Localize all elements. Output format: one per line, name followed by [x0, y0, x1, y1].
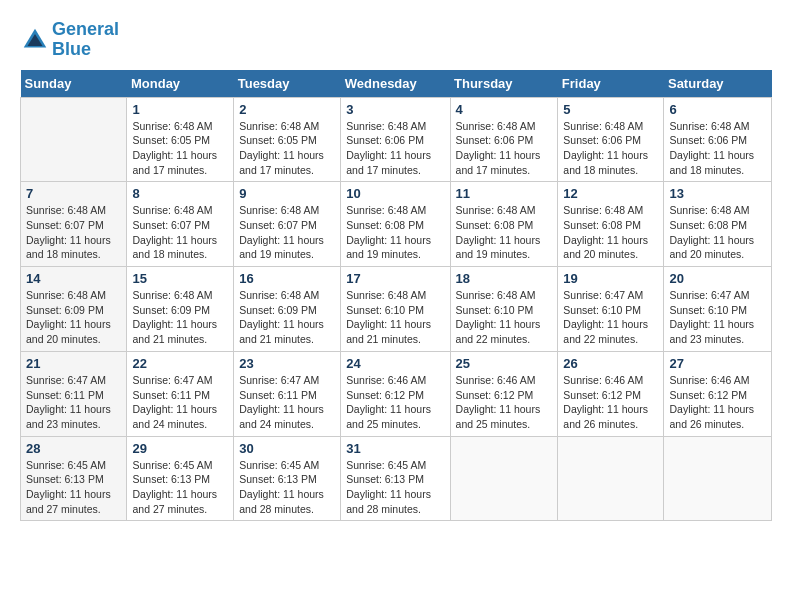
day-cell: 19Sunrise: 6:47 AMSunset: 6:10 PMDayligh…: [558, 267, 664, 352]
day-info: Sunrise: 6:48 AMSunset: 6:10 PMDaylight:…: [456, 288, 553, 347]
day-info: Sunrise: 6:46 AMSunset: 6:12 PMDaylight:…: [669, 373, 766, 432]
header-monday: Monday: [127, 70, 234, 98]
header-wednesday: Wednesday: [341, 70, 450, 98]
day-info: Sunrise: 6:47 AMSunset: 6:10 PMDaylight:…: [563, 288, 658, 347]
day-info: Sunrise: 6:46 AMSunset: 6:12 PMDaylight:…: [346, 373, 444, 432]
day-number: 1: [132, 102, 228, 117]
calendar-table: SundayMondayTuesdayWednesdayThursdayFrid…: [20, 70, 772, 522]
day-info: Sunrise: 6:45 AMSunset: 6:13 PMDaylight:…: [26, 458, 121, 517]
day-number: 6: [669, 102, 766, 117]
day-cell: 22Sunrise: 6:47 AMSunset: 6:11 PMDayligh…: [127, 351, 234, 436]
day-cell: [21, 97, 127, 182]
day-cell: [558, 436, 664, 521]
day-number: 7: [26, 186, 121, 201]
day-number: 9: [239, 186, 335, 201]
day-cell: [450, 436, 558, 521]
day-info: Sunrise: 6:47 AMSunset: 6:10 PMDaylight:…: [669, 288, 766, 347]
day-cell: 18Sunrise: 6:48 AMSunset: 6:10 PMDayligh…: [450, 267, 558, 352]
day-number: 31: [346, 441, 444, 456]
day-cell: 27Sunrise: 6:46 AMSunset: 6:12 PMDayligh…: [664, 351, 772, 436]
day-cell: 8Sunrise: 6:48 AMSunset: 6:07 PMDaylight…: [127, 182, 234, 267]
header-friday: Friday: [558, 70, 664, 98]
day-cell: 13Sunrise: 6:48 AMSunset: 6:08 PMDayligh…: [664, 182, 772, 267]
day-info: Sunrise: 6:48 AMSunset: 6:05 PMDaylight:…: [132, 119, 228, 178]
day-number: 25: [456, 356, 553, 371]
day-cell: [664, 436, 772, 521]
logo-text: General Blue: [52, 20, 119, 60]
day-info: Sunrise: 6:48 AMSunset: 6:06 PMDaylight:…: [563, 119, 658, 178]
page-header: General Blue: [20, 20, 772, 60]
header-saturday: Saturday: [664, 70, 772, 98]
day-cell: 16Sunrise: 6:48 AMSunset: 6:09 PMDayligh…: [234, 267, 341, 352]
day-number: 14: [26, 271, 121, 286]
day-info: Sunrise: 6:48 AMSunset: 6:07 PMDaylight:…: [132, 203, 228, 262]
day-number: 10: [346, 186, 444, 201]
logo: General Blue: [20, 20, 119, 60]
day-number: 13: [669, 186, 766, 201]
day-info: Sunrise: 6:48 AMSunset: 6:05 PMDaylight:…: [239, 119, 335, 178]
day-number: 4: [456, 102, 553, 117]
day-cell: 21Sunrise: 6:47 AMSunset: 6:11 PMDayligh…: [21, 351, 127, 436]
calendar-header-row: SundayMondayTuesdayWednesdayThursdayFrid…: [21, 70, 772, 98]
day-number: 19: [563, 271, 658, 286]
header-thursday: Thursday: [450, 70, 558, 98]
day-info: Sunrise: 6:47 AMSunset: 6:11 PMDaylight:…: [26, 373, 121, 432]
day-info: Sunrise: 6:45 AMSunset: 6:13 PMDaylight:…: [239, 458, 335, 517]
day-number: 3: [346, 102, 444, 117]
day-number: 28: [26, 441, 121, 456]
day-cell: 20Sunrise: 6:47 AMSunset: 6:10 PMDayligh…: [664, 267, 772, 352]
day-info: Sunrise: 6:48 AMSunset: 6:06 PMDaylight:…: [346, 119, 444, 178]
day-cell: 7Sunrise: 6:48 AMSunset: 6:07 PMDaylight…: [21, 182, 127, 267]
day-cell: 4Sunrise: 6:48 AMSunset: 6:06 PMDaylight…: [450, 97, 558, 182]
day-cell: 31Sunrise: 6:45 AMSunset: 6:13 PMDayligh…: [341, 436, 450, 521]
day-cell: 26Sunrise: 6:46 AMSunset: 6:12 PMDayligh…: [558, 351, 664, 436]
day-info: Sunrise: 6:48 AMSunset: 6:07 PMDaylight:…: [239, 203, 335, 262]
day-cell: 5Sunrise: 6:48 AMSunset: 6:06 PMDaylight…: [558, 97, 664, 182]
week-row-4: 21Sunrise: 6:47 AMSunset: 6:11 PMDayligh…: [21, 351, 772, 436]
day-number: 24: [346, 356, 444, 371]
day-cell: 15Sunrise: 6:48 AMSunset: 6:09 PMDayligh…: [127, 267, 234, 352]
day-info: Sunrise: 6:48 AMSunset: 6:10 PMDaylight:…: [346, 288, 444, 347]
day-info: Sunrise: 6:46 AMSunset: 6:12 PMDaylight:…: [563, 373, 658, 432]
day-info: Sunrise: 6:47 AMSunset: 6:11 PMDaylight:…: [239, 373, 335, 432]
logo-icon: [20, 25, 50, 55]
day-cell: 10Sunrise: 6:48 AMSunset: 6:08 PMDayligh…: [341, 182, 450, 267]
day-cell: 3Sunrise: 6:48 AMSunset: 6:06 PMDaylight…: [341, 97, 450, 182]
day-info: Sunrise: 6:48 AMSunset: 6:09 PMDaylight:…: [239, 288, 335, 347]
day-info: Sunrise: 6:48 AMSunset: 6:08 PMDaylight:…: [563, 203, 658, 262]
day-cell: 11Sunrise: 6:48 AMSunset: 6:08 PMDayligh…: [450, 182, 558, 267]
day-cell: 9Sunrise: 6:48 AMSunset: 6:07 PMDaylight…: [234, 182, 341, 267]
day-cell: 24Sunrise: 6:46 AMSunset: 6:12 PMDayligh…: [341, 351, 450, 436]
day-number: 18: [456, 271, 553, 286]
week-row-2: 7Sunrise: 6:48 AMSunset: 6:07 PMDaylight…: [21, 182, 772, 267]
day-number: 23: [239, 356, 335, 371]
day-cell: 12Sunrise: 6:48 AMSunset: 6:08 PMDayligh…: [558, 182, 664, 267]
day-cell: 14Sunrise: 6:48 AMSunset: 6:09 PMDayligh…: [21, 267, 127, 352]
day-info: Sunrise: 6:45 AMSunset: 6:13 PMDaylight:…: [132, 458, 228, 517]
day-number: 8: [132, 186, 228, 201]
day-number: 22: [132, 356, 228, 371]
day-cell: 2Sunrise: 6:48 AMSunset: 6:05 PMDaylight…: [234, 97, 341, 182]
day-cell: 30Sunrise: 6:45 AMSunset: 6:13 PMDayligh…: [234, 436, 341, 521]
week-row-3: 14Sunrise: 6:48 AMSunset: 6:09 PMDayligh…: [21, 267, 772, 352]
day-number: 16: [239, 271, 335, 286]
day-number: 30: [239, 441, 335, 456]
day-info: Sunrise: 6:48 AMSunset: 6:06 PMDaylight:…: [669, 119, 766, 178]
day-info: Sunrise: 6:48 AMSunset: 6:07 PMDaylight:…: [26, 203, 121, 262]
day-info: Sunrise: 6:48 AMSunset: 6:09 PMDaylight:…: [26, 288, 121, 347]
day-cell: 23Sunrise: 6:47 AMSunset: 6:11 PMDayligh…: [234, 351, 341, 436]
day-number: 17: [346, 271, 444, 286]
day-info: Sunrise: 6:45 AMSunset: 6:13 PMDaylight:…: [346, 458, 444, 517]
day-info: Sunrise: 6:46 AMSunset: 6:12 PMDaylight:…: [456, 373, 553, 432]
day-number: 12: [563, 186, 658, 201]
day-number: 11: [456, 186, 553, 201]
week-row-1: 1Sunrise: 6:48 AMSunset: 6:05 PMDaylight…: [21, 97, 772, 182]
day-number: 2: [239, 102, 335, 117]
day-cell: 29Sunrise: 6:45 AMSunset: 6:13 PMDayligh…: [127, 436, 234, 521]
header-tuesday: Tuesday: [234, 70, 341, 98]
day-info: Sunrise: 6:48 AMSunset: 6:09 PMDaylight:…: [132, 288, 228, 347]
header-sunday: Sunday: [21, 70, 127, 98]
day-info: Sunrise: 6:48 AMSunset: 6:08 PMDaylight:…: [669, 203, 766, 262]
day-number: 15: [132, 271, 228, 286]
day-cell: 17Sunrise: 6:48 AMSunset: 6:10 PMDayligh…: [341, 267, 450, 352]
